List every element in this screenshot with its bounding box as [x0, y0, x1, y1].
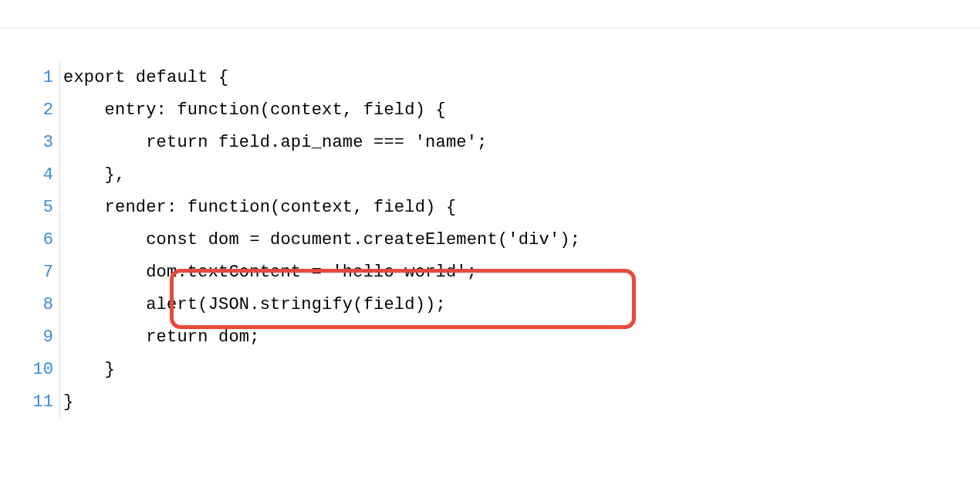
line-number: 6: [23, 224, 59, 256]
line-number: 11: [23, 386, 59, 419]
code-line: }: [63, 354, 957, 386]
line-number-gutter: 1 2 3 4 5 6 7 8 9 10 11: [23, 62, 60, 419]
code-line: }: [63, 386, 957, 419]
code-line: export default {: [63, 62, 957, 94]
line-number: 3: [23, 127, 59, 159]
code-line: return field.api_name === 'name';: [63, 127, 957, 159]
line-number: 5: [23, 192, 59, 224]
line-number: 7: [23, 256, 59, 289]
top-separator: [0, 28, 980, 29]
code-line: },: [63, 159, 957, 192]
code-line: alert(JSON.stringify(field));: [63, 289, 957, 321]
code-line: entry: function(context, field) {: [63, 94, 957, 127]
line-number: 10: [23, 354, 59, 386]
line-number: 4: [23, 159, 59, 192]
code-line: render: function(context, field) {: [63, 192, 957, 224]
code-line: const dom = document.createElement('div'…: [63, 224, 957, 256]
line-number: 1: [23, 62, 59, 94]
code-content[interactable]: export default { entry: function(context…: [63, 62, 957, 419]
line-number: 8: [23, 289, 59, 321]
line-number: 2: [23, 94, 59, 127]
line-number: 9: [23, 321, 59, 354]
code-line: dom.textContent = 'hello world';: [63, 256, 957, 289]
code-line: return dom;: [63, 321, 957, 354]
